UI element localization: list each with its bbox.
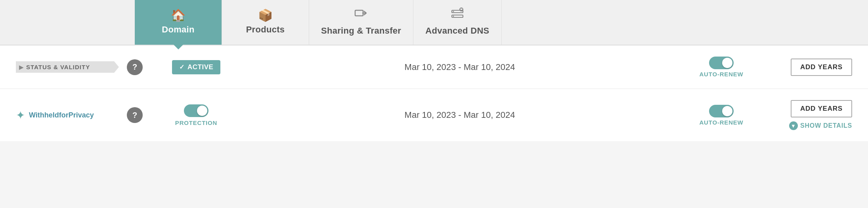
action-col-2: ADD YEARS ▼ SHOW DETAILS bbox=[765, 100, 852, 130]
privacy-label-col: ✦ WithheldforPrivacy bbox=[16, 109, 119, 122]
badge-arrow-icon: ▶ bbox=[19, 64, 24, 70]
chevron-down-icon: ▼ bbox=[789, 121, 798, 130]
tab-dns-label: Advanced DNS bbox=[425, 26, 489, 36]
tab-products-label: Products bbox=[246, 25, 285, 35]
tab-dns[interactable]: Advanced DNS bbox=[413, 0, 501, 45]
active-label: ACTIVE bbox=[187, 63, 213, 71]
protection-toggle[interactable] bbox=[184, 104, 208, 117]
date-range-col-1: Mar 10, 2023 - Mar 10, 2024 bbox=[242, 62, 678, 72]
status-validity-row: ▶ STATUS & VALIDITY ? ✓ ACTIVE Mar 10, 2… bbox=[0, 45, 868, 89]
tab-sharing[interactable]: Sharing & Transfer bbox=[309, 0, 413, 45]
help-button-1[interactable]: ? bbox=[127, 59, 143, 75]
show-details-link[interactable]: ▼ SHOW DETAILS bbox=[789, 121, 852, 130]
svg-point-5 bbox=[453, 16, 454, 17]
auto-renew-col-2: AUTO-RENEW bbox=[678, 105, 765, 126]
status-validity-label-col: ▶ STATUS & VALIDITY bbox=[16, 61, 119, 73]
date-range-1: Mar 10, 2023 - Mar 10, 2024 bbox=[405, 62, 515, 72]
auto-renew-label-1: AUTO-RENEW bbox=[699, 71, 743, 78]
privacy-logo-text: WithheldforPrivacy bbox=[29, 111, 94, 119]
active-status-col: ✓ ACTIVE bbox=[151, 60, 242, 74]
house-icon: 🏠 bbox=[171, 8, 185, 22]
add-years-button-2[interactable]: ADD YEARS bbox=[791, 100, 852, 117]
box-icon: 📦 bbox=[258, 8, 273, 22]
protection-col: PROTECTION bbox=[151, 104, 242, 126]
privacy-star-icon: ✦ bbox=[16, 109, 25, 122]
date-range-col-2: Mar 10, 2023 - Mar 10, 2024 bbox=[242, 110, 678, 120]
help-col-2: ? bbox=[119, 107, 151, 123]
help-button-2[interactable]: ? bbox=[127, 107, 143, 123]
auto-renew-col-1: AUTO-RENEW bbox=[678, 57, 765, 78]
status-validity-text: STATUS & VALIDITY bbox=[26, 64, 90, 70]
tab-domain[interactable]: 🏠 Domain bbox=[135, 0, 222, 45]
add-years-button-1[interactable]: ADD YEARS bbox=[791, 59, 852, 76]
svg-point-4 bbox=[453, 11, 454, 12]
auto-renew-toggle-2[interactable] bbox=[709, 105, 734, 117]
protection-label: PROTECTION bbox=[175, 119, 217, 126]
date-range-2: Mar 10, 2023 - Mar 10, 2024 bbox=[405, 110, 515, 120]
dns-icon bbox=[451, 7, 464, 23]
action-col-1: ADD YEARS bbox=[765, 59, 852, 76]
show-details-text: SHOW DETAILS bbox=[800, 122, 852, 129]
auto-renew-toggle-1[interactable] bbox=[709, 57, 734, 69]
help-col-1: ? bbox=[119, 59, 151, 75]
transfer-icon bbox=[354, 7, 368, 23]
tab-domain-label: Domain bbox=[162, 25, 194, 35]
privacy-logo: ✦ WithheldforPrivacy bbox=[16, 109, 119, 122]
tab-products[interactable]: 📦 Products bbox=[222, 0, 309, 45]
tab-sharing-label: Sharing & Transfer bbox=[321, 26, 401, 36]
auto-renew-label-2: AUTO-RENEW bbox=[699, 119, 743, 126]
active-badge: ✓ ACTIVE bbox=[172, 60, 221, 74]
content-area: ▶ STATUS & VALIDITY ? ✓ ACTIVE Mar 10, 2… bbox=[0, 45, 868, 141]
check-icon: ✓ bbox=[179, 63, 185, 71]
tab-navigation: 🏠 Domain 📦 Products Sharing & Transfer bbox=[0, 0, 868, 45]
status-validity-badge: ▶ STATUS & VALIDITY bbox=[16, 61, 119, 73]
privacy-row: ✦ WithheldforPrivacy ? PROTECTION Mar 10… bbox=[0, 89, 868, 141]
svg-rect-0 bbox=[355, 10, 363, 16]
